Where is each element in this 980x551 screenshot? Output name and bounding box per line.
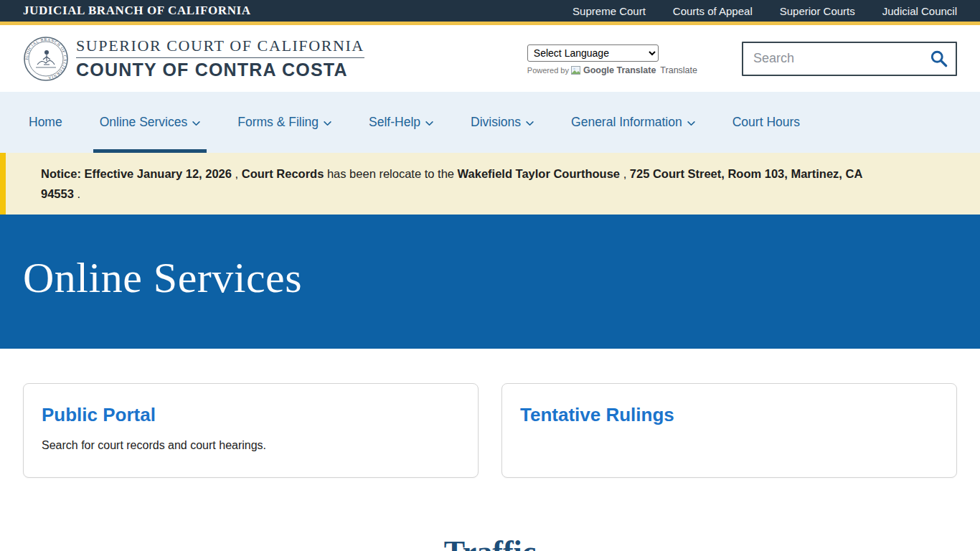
service-card[interactable]: Public Portal Search for court records a… <box>23 383 479 478</box>
court-home-link[interactable]: JUDICIAL BRANCH OF CALIFORNIA SUPERIOR C… <box>23 36 364 82</box>
nav-item-label: Online Services <box>100 115 188 130</box>
nav-item[interactable]: General Information <box>571 92 695 153</box>
chevron-down-icon <box>192 121 200 126</box>
top-utility-bar: JUDICIAL BRANCH OF CALIFORNIA Supreme Co… <box>0 0 980 25</box>
notice-segment: , <box>235 167 242 180</box>
nav-item[interactable]: Self-Help <box>369 92 433 153</box>
search-button[interactable] <box>923 44 954 73</box>
powered-by-label: Powered by <box>527 66 569 75</box>
court-title-line2: COUNTY OF CONTRA COSTA <box>76 60 364 80</box>
main-navigation: Home Online Services Forms & Filing Self… <box>0 92 980 153</box>
chevron-down-icon <box>526 121 534 126</box>
judicial-branch-brand: JUDICIAL BRANCH OF CALIFORNIA <box>23 4 251 18</box>
notice-segment: , <box>623 167 630 180</box>
notice-segment: Wakefield Taylor Courthouse <box>458 167 620 180</box>
notice-segment: Notice: Effective January 12, 2026 <box>41 167 232 180</box>
powered-by-row: Powered by Google Translate Translate <box>527 65 697 75</box>
notice-banner: Notice: Effective January 12, 2026 , Cou… <box>0 153 980 215</box>
notice-text: Notice: Effective January 12, 2026 , Cou… <box>41 164 865 204</box>
nav-item-label: Court Hours <box>732 115 800 130</box>
nav-item[interactable]: Court Hours <box>732 92 800 153</box>
nav-item[interactable]: Forms & Filing <box>237 92 331 153</box>
court-title-line1: SUPERIOR COURT OF CALIFORNIA <box>76 37 364 58</box>
top-bar-link[interactable]: Supreme Court <box>573 5 646 17</box>
language-select[interactable]: Select Language <box>527 44 659 62</box>
nav-item-label: Self-Help <box>369 115 420 130</box>
service-card-title-link[interactable]: Public Portal <box>42 404 156 426</box>
nav-item[interactable]: Home <box>29 92 62 153</box>
nav-item-label: Forms & Filing <box>237 115 319 130</box>
top-utility-links: Supreme Court Courts of Appeal Superior … <box>573 5 957 17</box>
nav-item[interactable]: Online Services <box>100 92 201 153</box>
site-header: JUDICIAL BRANCH OF CALIFORNIA SUPERIOR C… <box>0 25 980 92</box>
chevron-down-icon <box>425 121 433 126</box>
chevron-down-icon <box>324 121 331 126</box>
google-translate-widget: Select Language Powered by Google Transl… <box>527 42 697 75</box>
nav-item-label: General Information <box>571 115 682 130</box>
hero-banner: Online Services <box>0 215 980 349</box>
nav-item-label: Home <box>29 115 62 130</box>
top-bar-link[interactable]: Judicial Council <box>882 5 957 17</box>
nav-item[interactable]: Divisions <box>471 92 534 153</box>
court-title-block: SUPERIOR COURT OF CALIFORNIA COUNTY OF C… <box>76 37 364 80</box>
service-card-title-link[interactable]: Tentative Rulings <box>520 404 674 426</box>
section-heading-traffic: Traffic <box>23 534 957 551</box>
broken-image-icon <box>571 65 581 75</box>
nav-item-label: Divisions <box>471 115 521 130</box>
site-search <box>742 42 957 76</box>
translate-label[interactable]: Translate <box>660 65 697 75</box>
google-translate-alt-text: Google Translate <box>583 65 656 75</box>
service-cards: Public Portal Search for court records a… <box>23 383 957 478</box>
notice-segment: has been relocate to the <box>327 167 458 180</box>
page-title: Online Services <box>23 253 980 303</box>
court-seal-icon: JUDICIAL BRANCH OF CALIFORNIA <box>23 36 69 82</box>
content-area: Public Portal Search for court records a… <box>0 349 980 551</box>
service-card[interactable]: Tentative Rulings <box>501 383 957 478</box>
top-bar-link[interactable]: Courts of Appeal <box>673 5 753 17</box>
search-icon <box>929 49 948 68</box>
notice-segment: Court Records <box>242 167 324 180</box>
chevron-down-icon <box>687 121 695 126</box>
top-bar-link[interactable]: Superior Courts <box>780 5 855 17</box>
notice-segment: . <box>77 187 80 200</box>
service-card-description: Search for court records and court heari… <box>42 439 460 452</box>
